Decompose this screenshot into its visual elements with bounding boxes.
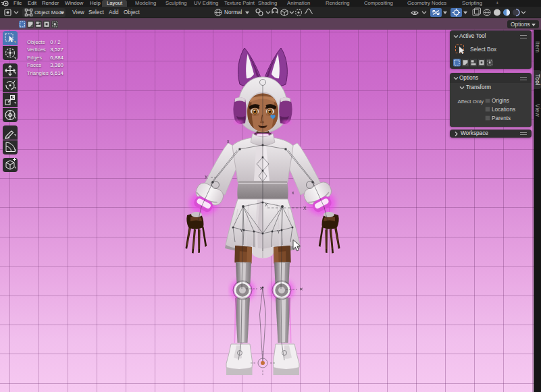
svg-text:X: X (205, 175, 208, 179)
svg-text:✕: ✕ (299, 287, 303, 291)
svg-text:X: X (303, 206, 307, 211)
svg-text:X: X (265, 202, 268, 207)
svg-text:Y: Y (277, 229, 280, 234)
svg-text:✕: ✕ (259, 286, 263, 291)
svg-text:x: x (227, 139, 230, 144)
svg-text:x: x (292, 190, 294, 195)
svg-text:Y: Y (240, 228, 243, 233)
